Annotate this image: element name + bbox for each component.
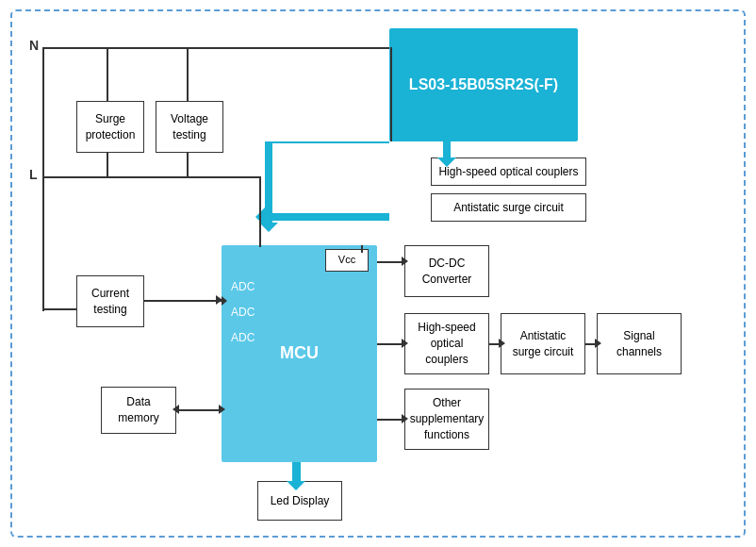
mcu-led-connector: [293, 462, 301, 481]
l-h-join: [187, 176, 259, 178]
diagram-container: N L Surge protection Voltage testing Cur…: [10, 9, 746, 538]
adc2-label: ADC: [231, 306, 255, 319]
mcu-other-arrowhead: [402, 414, 408, 423]
current-testing-box: Current testing: [76, 275, 144, 327]
memory-to-mcu-wire: [176, 409, 222, 411]
ic-bottom-h: [267, 141, 389, 143]
blue-arrow-ic-to-mcu-v: [265, 141, 272, 223]
current-mcu-arrowhead: [216, 295, 222, 305]
mcu-to-dcdc-wire: [377, 261, 404, 263]
current-to-mcu-wire: [144, 300, 222, 302]
blue-arrow-ic-couplers: [443, 141, 451, 157]
signal-channels-box: Signal channels: [597, 313, 682, 374]
couplers2-antistatic-arrowhead: [499, 339, 505, 348]
data-memory-box: Data memory: [101, 387, 176, 434]
n-extension: [259, 47, 389, 49]
mcu-dcdc-arrowhead: [402, 257, 408, 266]
mcu-to-couplers2-wire: [377, 343, 404, 345]
memory-mcu-arrowhead-l: [173, 405, 179, 414]
antistatic-signal-arrowhead: [595, 339, 601, 348]
l-to-below: [259, 176, 261, 247]
blue-arrow-ic-to-mcu-h: [265, 213, 389, 221]
voltage-testing-box: Voltage testing: [156, 101, 223, 153]
main-ic-box: LS03-15B05SR2S(-F): [389, 28, 578, 141]
other-functions-box: Other supplementary functions: [404, 389, 489, 450]
mcu-box: MCU: [222, 245, 377, 462]
mcu-couplers2-arrowhead: [402, 339, 408, 348]
antistatic1-box: Antistatic surge circuit: [431, 193, 586, 222]
l-to-surge-wire: [107, 153, 108, 178]
l-label: L: [29, 167, 38, 182]
surge-protection-box: Surge protection: [76, 101, 144, 153]
antistatic2-box: Antistatic surge circuit: [501, 313, 585, 374]
l-to-voltage-wire: [187, 153, 189, 178]
n-label: N: [29, 38, 39, 53]
n-down-to-ic: [390, 47, 392, 141]
n-to-surge-wire: [107, 47, 108, 101]
mcu-to-other-wire: [377, 419, 404, 421]
dc-dc-box: DC-DC Converter: [404, 245, 489, 297]
high-speed-couplers2-box: High-speed optical couplers: [404, 313, 489, 374]
memory-mcu-arrowhead-r: [219, 405, 225, 414]
n-to-voltage-wire: [187, 47, 189, 101]
adc1-label: ADC: [231, 280, 255, 293]
dcdc-vcc-wire: [361, 245, 363, 253]
left-main-vert: [42, 47, 44, 311]
adc3-label: ADC: [231, 331, 255, 344]
